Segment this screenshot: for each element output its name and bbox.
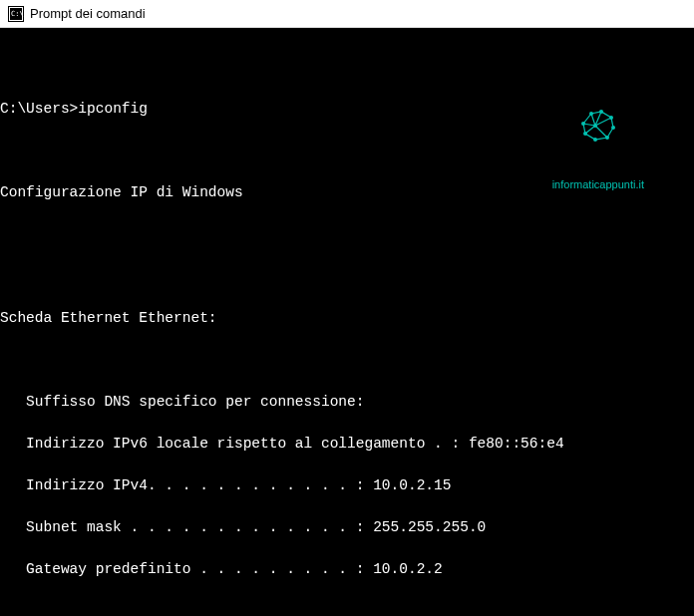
cmd-icon: C:\ [8, 6, 24, 22]
svg-line-9 [583, 124, 595, 126]
prompt-line: C:\Users>ipconfig [0, 99, 694, 120]
svg-line-7 [585, 126, 595, 134]
output-line: Subnet mask . . . . . . . . . . . . . : … [0, 517, 694, 538]
output-line: Indirizzo IPv6 locale rispetto al colleg… [0, 434, 694, 455]
output-line [0, 350, 694, 371]
output-line: Gateway predefinito . . . . . . . . . : … [0, 559, 694, 580]
output-line [0, 266, 694, 287]
window-title: Prompt dei comandi [30, 6, 146, 21]
command: ipconfig [78, 101, 148, 117]
output-line: Indirizzo IPv4. . . . . . . . . . . . : … [0, 475, 694, 496]
output-line [0, 224, 694, 245]
svg-point-14 [611, 126, 615, 130]
window-title-bar: C:\ Prompt dei comandi [0, 0, 694, 28]
svg-line-8 [595, 126, 607, 138]
output-line: Suffisso DNS specifico per connessione: [0, 392, 694, 413]
svg-point-18 [593, 124, 597, 128]
output-heading: Configurazione IP di Windows [0, 182, 694, 203]
svg-text:C:\: C:\ [11, 10, 24, 18]
adapter-title: Scheda Ethernet Ethernet: [0, 308, 694, 329]
svg-point-15 [605, 136, 609, 140]
svg-point-17 [583, 132, 587, 136]
terminal-output[interactable]: C:\Users>ipconfig Configurazione IP di W… [0, 28, 694, 616]
prompt: C:\Users> [0, 101, 78, 117]
output-line [0, 601, 694, 616]
output-line [0, 141, 694, 161]
output-line [0, 57, 694, 78]
svg-point-10 [581, 122, 585, 126]
